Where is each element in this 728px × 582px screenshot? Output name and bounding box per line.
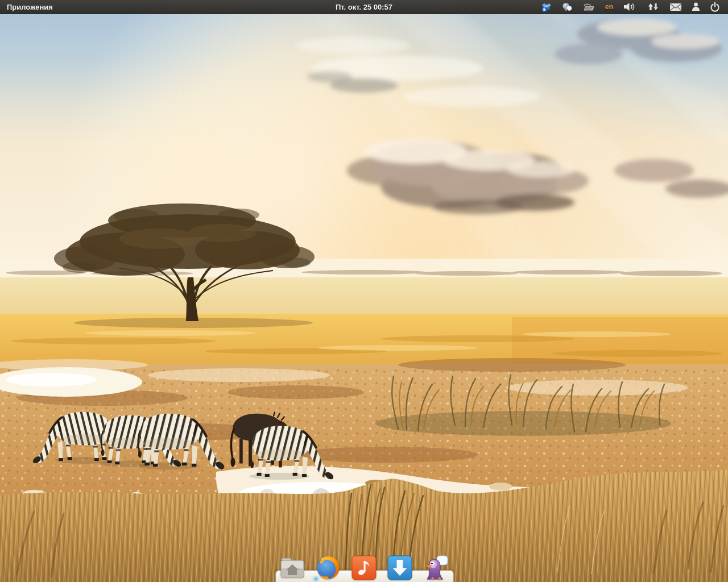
down-arrow-icon <box>387 555 413 581</box>
dock-item-downloads[interactable] <box>387 555 413 582</box>
pidgin-bird-icon <box>423 555 449 581</box>
dock-item-music[interactable] <box>351 555 377 582</box>
bulb-notification-icon[interactable] <box>561 0 572 14</box>
desktop: Приложения Пт. окт. 25 00:57 <box>0 0 728 582</box>
power-icon[interactable] <box>710 0 720 14</box>
running-indicator <box>315 577 317 582</box>
music-note-icon <box>351 555 377 581</box>
dock-item-firefox[interactable] <box>315 555 341 582</box>
volume-icon[interactable] <box>623 0 636 14</box>
system-tray: en <box>541 0 728 14</box>
applications-menu[interactable]: Приложения <box>0 0 60 14</box>
wallpaper-savanna <box>0 0 728 582</box>
dropbox-status-icon[interactable] <box>541 0 552 14</box>
home-folder-icon <box>279 555 305 581</box>
keyboard-layout-label[interactable]: en <box>605 0 613 14</box>
top-panel: Приложения Пт. окт. 25 00:57 <box>0 0 728 14</box>
user-accounts-icon[interactable] <box>692 0 700 14</box>
network-traffic-icon[interactable] <box>646 0 660 14</box>
dock-item-pidgin[interactable] <box>423 555 449 582</box>
running-indicator-dot <box>315 577 317 580</box>
clock-date[interactable]: Пт. окт. 25 00:57 <box>336 3 392 11</box>
mail-icon[interactable] <box>669 0 682 14</box>
keyboard-indicator-icon[interactable] <box>582 0 595 14</box>
firefox-icon <box>315 555 341 581</box>
dock-items <box>275 551 453 582</box>
dock-item-files[interactable] <box>279 555 305 582</box>
